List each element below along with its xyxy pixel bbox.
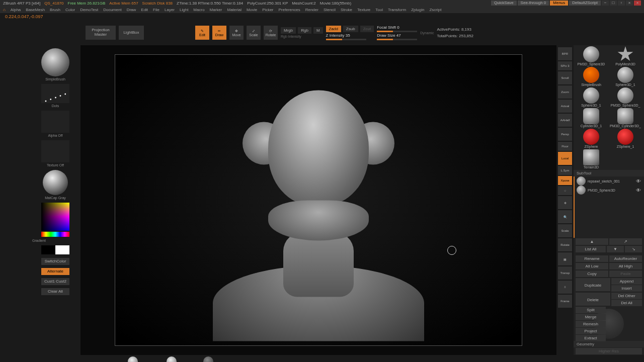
- seethrough-button[interactable]: See-through 0: [518, 1, 549, 6]
- menu-draw[interactable]: Draw: [127, 8, 136, 12]
- zsub-button[interactable]: Zsub: [343, 26, 358, 32]
- paste-button[interactable]: Paste: [609, 270, 642, 277]
- delother-button[interactable]: Del Other: [611, 293, 642, 299]
- move-nav-button[interactable]: ✥: [558, 196, 572, 209]
- ghost-button[interactable]: ◊: [558, 281, 572, 294]
- menu-file[interactable]: File: [153, 8, 159, 12]
- aahalf-button[interactable]: AAHalf: [558, 114, 572, 127]
- projection-master-button[interactable]: Projection Master: [86, 26, 116, 40]
- switchcolor-button[interactable]: SwitchColor: [41, 258, 69, 265]
- tool-item[interactable]: ZSphere_1: [609, 129, 642, 148]
- menu-zscript[interactable]: Zscript: [429, 8, 441, 12]
- subtool-row[interactable]: PM3D_Sphere3D 👁: [574, 186, 644, 195]
- zoom-button[interactable]: Zoom: [558, 85, 572, 99]
- frame-button[interactable]: Frame: [558, 295, 572, 308]
- local-button[interactable]: Local: [558, 152, 572, 165]
- maximize-button[interactable]: □: [610, 1, 617, 6]
- menu-marker[interactable]: Marker: [210, 8, 222, 12]
- menu-brush[interactable]: Brush: [50, 8, 60, 12]
- duplicate-button[interactable]: Duplicate: [576, 278, 610, 291]
- tool-item[interactable]: ZSphere: [575, 129, 608, 148]
- lightbox-button[interactable]: LightBox: [119, 26, 144, 40]
- merge-button[interactable]: Merge: [576, 314, 606, 320]
- xlose-button[interactable]: ×: [626, 1, 633, 6]
- nav-icon[interactable]: ○: [558, 186, 572, 195]
- arrow-button[interactable]: ↗: [609, 238, 642, 245]
- tool-item[interactable]: Sphere3D_1: [609, 67, 642, 86]
- spix-button[interactable]: SPix 3: [558, 61, 572, 70]
- project-button[interactable]: Project: [576, 328, 606, 334]
- split-button[interactable]: Split: [576, 307, 606, 313]
- bpr-button[interactable]: BPR: [558, 47, 572, 60]
- menu-zplugin[interactable]: Zplugin: [411, 8, 424, 12]
- zoom-nav-button[interactable]: 🔍: [558, 210, 572, 223]
- move-up-button[interactable]: ▲: [576, 238, 608, 245]
- higherres-button[interactable]: Higher Res: [576, 348, 642, 354]
- subtool-row[interactable]: repsawl_sketch_001 👁: [574, 176, 644, 186]
- tool-item[interactable]: PM3D_Cylinder3D_: [609, 108, 642, 128]
- brush-thumb[interactable]: SimpleBrush: [30, 47, 80, 81]
- remesh-button[interactable]: Remesh: [576, 321, 606, 327]
- append-button[interactable]: Append: [611, 278, 642, 285]
- delete-button[interactable]: Delete: [576, 293, 610, 306]
- menu-alpha[interactable]: Alpha: [11, 8, 21, 12]
- menu-basemesh[interactable]: BaseMesh: [26, 8, 45, 12]
- actual-button[interactable]: Actual: [558, 100, 572, 113]
- menu-stroke[interactable]: Stroke: [341, 8, 352, 12]
- scale-mode-button[interactable]: ⤢Scale: [247, 26, 261, 40]
- swatch-black[interactable]: [41, 245, 55, 254]
- tool-item[interactable]: Cylinder3D_1: [575, 108, 608, 128]
- zcut-button[interactable]: Zcut: [360, 26, 374, 32]
- menu-material[interactable]: Material: [227, 8, 241, 12]
- tool-item[interactable]: PM3D_Sphere3D_: [609, 87, 642, 107]
- minimize-button[interactable]: −: [602, 1, 609, 6]
- zadd-button[interactable]: Zadd: [326, 26, 341, 32]
- clearall-button[interactable]: Clear All: [41, 288, 69, 295]
- menu-color[interactable]: Color: [65, 8, 75, 12]
- cust-button[interactable]: Cust1 Cust2: [41, 278, 69, 285]
- insert-button[interactable]: Insert: [611, 285, 642, 292]
- delall-button[interactable]: Del All: [611, 300, 642, 306]
- material-thumb[interactable]: MatCap Gray: [30, 169, 80, 200]
- menu-picker[interactable]: Picker: [262, 8, 273, 12]
- alllow-button[interactable]: All Low: [576, 263, 608, 269]
- scale-nav-button[interactable]: Scale: [558, 224, 572, 237]
- menu-movie[interactable]: Movie: [247, 8, 257, 12]
- color-picker[interactable]: [30, 202, 80, 237]
- texture-thumb[interactable]: Texture Off: [30, 139, 80, 167]
- shelf-material[interactable]: BasicMaterial: [121, 356, 145, 363]
- autoreorder-button[interactable]: AutoReorder: [609, 255, 642, 262]
- visibility-icon[interactable]: 👁: [636, 188, 642, 193]
- subtool-header[interactable]: SubTool: [574, 170, 644, 176]
- viewport[interactable]: [80, 45, 556, 355]
- mrgb-button[interactable]: Mrgb: [281, 27, 296, 34]
- focal-shift-slider[interactable]: Focal Shift 0: [377, 25, 417, 32]
- shelf-material[interactable]: MatCap Pearl Cav: [155, 356, 188, 363]
- draw-size-slider[interactable]: Draw Size 47: [377, 33, 417, 40]
- home-icon[interactable]: ⌂: [3, 8, 6, 12]
- visibility-icon[interactable]: 👁: [636, 178, 642, 184]
- allhigh-button[interactable]: All High: [609, 263, 642, 269]
- tool-item[interactable]: Terrain3D: [575, 149, 608, 169]
- menu-tool[interactable]: Tool: [375, 8, 383, 12]
- tool-item[interactable]: SimpleBrush: [575, 67, 608, 86]
- tool-item[interactable]: PolyMesh3D: [609, 46, 642, 66]
- xpose-button[interactable]: Xpose: [558, 176, 572, 185]
- draw-mode-button[interactable]: ✏Draw: [212, 26, 226, 40]
- tool-item[interactable]: Sphere3D_1: [575, 87, 608, 107]
- scroll-button[interactable]: Scroll: [558, 71, 572, 84]
- default-zscript[interactable]: DefaultZScript: [569, 1, 601, 6]
- listall-button[interactable]: List All: [576, 246, 606, 252]
- restore-button[interactable]: ▫: [618, 1, 625, 6]
- alternate-button[interactable]: Alternate: [41, 268, 69, 275]
- swatch-white[interactable]: [55, 245, 69, 254]
- menu-stencil[interactable]: Stencil: [324, 8, 336, 12]
- rgb-button[interactable]: Rgb: [298, 27, 311, 34]
- menu-layer[interactable]: Layer: [165, 8, 175, 12]
- floor-button[interactable]: Floor: [558, 142, 572, 151]
- move-down-button[interactable]: ▼: [607, 246, 624, 252]
- menu-texture[interactable]: Texture: [357, 8, 370, 12]
- lsym-button[interactable]: L.Sym: [558, 166, 572, 175]
- menus-button[interactable]: Menus: [550, 1, 568, 6]
- stroke-thumb[interactable]: Dots: [30, 83, 80, 108]
